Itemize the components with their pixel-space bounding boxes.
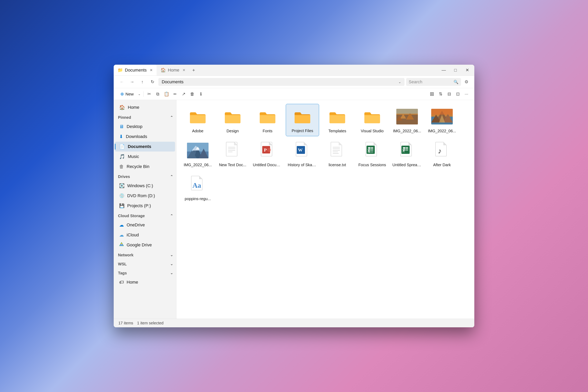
info-button[interactable]: ℹ	[197, 90, 205, 98]
sidebar-item-windows-c[interactable]: 💽 Windows (C:)	[115, 181, 175, 191]
file-item-design[interactable]: Design	[216, 104, 249, 136]
sidebar-item-tags-home[interactable]: 🏷 Home	[115, 277, 175, 287]
sidebar-item-dvd-d[interactable]: 💿 DVD Rom (D:)	[115, 191, 175, 201]
new-button[interactable]: ⊕ New	[118, 90, 136, 98]
untitled-docum-icon-wrapper: P	[252, 140, 283, 161]
wsl-label: WSL	[118, 262, 126, 266]
fonts-folder-icon-svg	[259, 110, 276, 124]
sidebar-windows-c-label: Windows (C:)	[127, 183, 171, 188]
sidebar-section-network[interactable]: Network ⌄	[114, 251, 176, 259]
svg-text:Aa: Aa	[192, 182, 201, 189]
file-item-license-txt[interactable]: license.txt	[321, 138, 354, 170]
refresh-button[interactable]: ↻	[148, 78, 157, 86]
project-files-folder-icon-svg	[294, 110, 311, 124]
settings-button[interactable]: ⚙	[462, 78, 470, 86]
file-item-img-mountain[interactable]: IMG_2022_06...	[425, 104, 459, 136]
sidebar-item-icloud[interactable]: ☁ iCloud	[115, 230, 175, 240]
templates-folder-icon-svg	[329, 110, 346, 124]
new-dropdown-button[interactable]: ⌄	[136, 90, 142, 98]
sidebar-section-drives[interactable]: Drives ⌃	[114, 173, 176, 180]
file-item-history-skate[interactable]: W History of Skate...	[286, 138, 319, 170]
maximize-button[interactable]: □	[450, 65, 462, 76]
sidebar-section-wsl[interactable]: WSL ⌄	[114, 260, 176, 268]
new-button-group: ⊕ New ⌄	[118, 90, 142, 98]
sidebar-item-recycle[interactable]: 🗑 Recycle Bin 📌	[115, 162, 175, 172]
license-txt-icon-svg	[330, 142, 344, 159]
file-name-visual-studio: Visual Studio	[361, 128, 384, 134]
visual-studio-folder-icon-svg	[364, 110, 381, 124]
sidebar-gdrive-label: Google Drive	[126, 242, 171, 248]
share-button[interactable]: ↗	[180, 90, 188, 98]
delete-button[interactable]: 🗑	[188, 90, 196, 98]
history-skate-icon-wrapper: W	[287, 140, 318, 161]
file-name-after-dark: After Dark	[433, 162, 451, 168]
file-item-adobe[interactable]: Adobe	[181, 104, 214, 136]
view-thumbnails-button[interactable]: ⊞	[428, 90, 436, 98]
sidebar-projects-p-label: Projects (P:)	[127, 203, 171, 208]
file-item-untitled-docum[interactable]: P Untitled Docum...	[251, 138, 284, 170]
file-item-focus-sessions[interactable]: X Focus Sessions	[356, 138, 389, 170]
file-name-license-txt: license.txt	[329, 162, 346, 168]
network-label: Network	[118, 253, 134, 257]
tab-home[interactable]: 🏠 Home ✕	[156, 65, 189, 76]
svg-text:♪: ♪	[438, 147, 442, 155]
paste-button[interactable]: 📋	[162, 90, 170, 98]
project-files-folder-icon-wrapper	[288, 106, 317, 126]
layout-button[interactable]: ⊡	[454, 90, 462, 98]
view-list-button[interactable]: ⊟	[445, 90, 453, 98]
minimize-button[interactable]: —	[438, 65, 450, 76]
sort-button[interactable]: ⇅	[437, 90, 444, 98]
file-item-fonts[interactable]: Fonts	[251, 104, 284, 136]
file-item-img-desert[interactable]: IMG_2022_06...	[390, 104, 424, 136]
fonts-folder-icon-wrapper	[252, 106, 283, 127]
new-text-doc-icon-wrapper	[218, 140, 248, 161]
downloads-icon: ⬇	[119, 134, 123, 139]
close-tab-documents[interactable]: ✕	[150, 68, 153, 72]
untitled-spreads-icon-wrapper: X	[392, 140, 422, 161]
drives-label: Drives	[118, 174, 130, 179]
file-item-new-text-doc[interactable]: New Text Doc...	[216, 138, 249, 170]
sidebar-item-gdrive[interactable]: Google Drive	[115, 240, 175, 250]
sidebar-section-tags[interactable]: Tags ⌄	[114, 269, 176, 277]
file-item-visual-studio[interactable]: Visual Studio	[356, 104, 389, 136]
file-name-untitled-spreads: Untitled Spreads...	[392, 162, 422, 168]
sidebar-tags-home-label: Home	[126, 280, 171, 285]
tab-home-label: Home	[168, 68, 179, 73]
back-button[interactable]: ←	[118, 78, 126, 86]
up-button[interactable]: ↑	[138, 78, 146, 86]
sidebar-section-cloud[interactable]: Cloud Storage ⌃	[114, 212, 176, 220]
sidebar-item-projects-p[interactable]: 💾 Projects (P:)	[115, 201, 175, 211]
sidebar-item-home[interactable]: 🏠 Home	[115, 102, 175, 112]
address-chevron-icon[interactable]: ⌄	[398, 80, 401, 84]
more-options-button[interactable]: ···	[462, 90, 470, 98]
sidebar-item-onedrive[interactable]: ☁ OneDrive	[115, 220, 175, 230]
img-desert-thumbnail	[396, 109, 418, 124]
file-item-project-files[interactable]: Project Files	[286, 104, 319, 136]
sidebar-item-documents[interactable]: 📄 Documents 📌	[115, 142, 175, 152]
address-bar[interactable]: Documents ⌄	[158, 78, 404, 86]
close-button[interactable]: ✕	[462, 65, 473, 76]
sidebar-section-pinned[interactable]: Pinned ⌃	[114, 114, 176, 121]
file-item-templates[interactable]: Templates	[321, 104, 354, 136]
file-item-untitled-spreads[interactable]: X Untitled Spreads...	[390, 138, 424, 170]
sidebar-item-desktop[interactable]: 🖥 Desktop 📌	[115, 122, 175, 132]
file-item-poppins[interactable]: Aa poppins-regu...	[181, 172, 214, 204]
file-item-after-dark[interactable]: ♪ After Dark	[425, 138, 459, 170]
cloud-label: Cloud Storage	[118, 214, 145, 218]
home-icon: 🏠	[119, 105, 125, 110]
forward-button[interactable]: →	[128, 78, 136, 86]
rename-button[interactable]: ✏	[171, 90, 179, 98]
sidebar-item-music[interactable]: 🎵 Music 📌	[115, 152, 175, 162]
search-bar[interactable]: Search 🔍	[406, 78, 461, 86]
file-name-img-desert: IMG_2022_06...	[393, 128, 421, 134]
copy-button[interactable]: ⧉	[154, 90, 162, 98]
music-icon: 🎵	[119, 154, 125, 159]
sidebar-item-downloads[interactable]: ⬇ Downloads 📌	[115, 132, 175, 142]
file-item-img-snow[interactable]: IMG_2022_06...	[181, 138, 214, 170]
tab-documents[interactable]: 📁 Documents ✕	[114, 65, 156, 76]
close-tab-home[interactable]: ✕	[182, 68, 186, 72]
cut-button[interactable]: ✂	[145, 90, 153, 98]
add-tab-button[interactable]: +	[189, 66, 198, 74]
sidebar-music-label: Music	[128, 154, 164, 159]
file-name-design: Design	[226, 128, 239, 134]
